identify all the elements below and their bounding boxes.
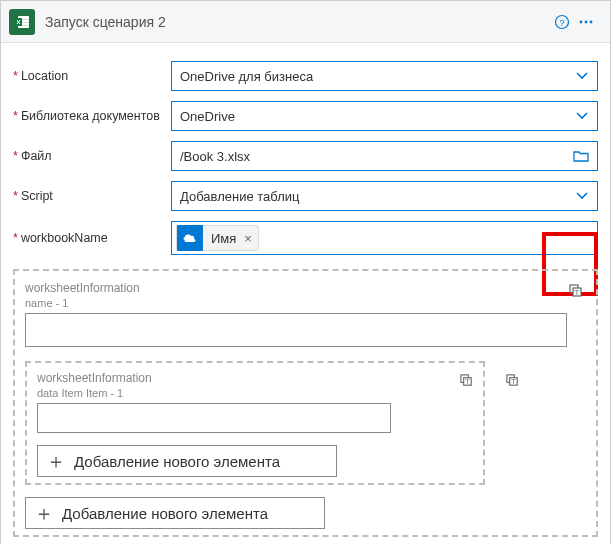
card-title: Запуск сценария 2 bbox=[45, 14, 550, 30]
array-label: worksheetInformation bbox=[37, 371, 473, 385]
chevron-down-icon bbox=[575, 69, 589, 83]
script-dropdown[interactable]: Добавление таблиц bbox=[171, 181, 598, 211]
field-script: *Script Добавление таблиц bbox=[13, 181, 598, 211]
field-label: Script bbox=[21, 189, 53, 203]
chevron-down-icon bbox=[575, 189, 589, 203]
svg-point-8 bbox=[585, 20, 588, 23]
array-worksheet-information: T worksheetInformation name - 1 T T work… bbox=[13, 269, 598, 537]
token-remove-icon[interactable]: × bbox=[244, 231, 258, 246]
svg-text:T: T bbox=[465, 377, 470, 386]
card-header: Запуск сценария 2 ? bbox=[1, 1, 610, 43]
dynamic-token[interactable]: Имя × bbox=[176, 225, 259, 251]
array-sublabel: data Item Item - 1 bbox=[37, 387, 473, 399]
field-file: *Файл /Book 3.xlsx bbox=[13, 141, 598, 171]
switch-to-input-icon[interactable]: T bbox=[457, 371, 475, 389]
field-label: Библиотека документов bbox=[21, 109, 160, 123]
excel-icon bbox=[9, 9, 35, 35]
card-body: *Location OneDrive для бизнеса *Библиоте… bbox=[1, 43, 610, 544]
chevron-down-icon bbox=[575, 109, 589, 123]
array-sublabel: name - 1 bbox=[25, 297, 586, 309]
plus-icon: ＋ bbox=[26, 500, 62, 527]
svg-point-7 bbox=[580, 20, 583, 23]
worksheet-name-input[interactable] bbox=[25, 313, 567, 347]
add-item-button[interactable]: ＋ Добавление нового элемента bbox=[25, 497, 325, 529]
field-library: *Библиотека документов OneDrive bbox=[13, 101, 598, 131]
location-dropdown[interactable]: OneDrive для бизнеса bbox=[171, 61, 598, 91]
field-workbook-name: *workbookName Имя × bbox=[13, 221, 598, 255]
field-label: Location bbox=[21, 69, 68, 83]
svg-text:?: ? bbox=[559, 17, 564, 27]
onedrive-icon bbox=[177, 225, 203, 251]
switch-to-input-icon[interactable]: T bbox=[566, 281, 586, 301]
action-card: Запуск сценария 2 ? *Location OneDrive д… bbox=[0, 0, 611, 544]
library-dropdown[interactable]: OneDrive bbox=[171, 101, 598, 131]
field-location: *Location OneDrive для бизнеса bbox=[13, 61, 598, 91]
field-label: Файл bbox=[21, 149, 52, 163]
more-icon[interactable] bbox=[574, 10, 598, 34]
workbook-name-input[interactable]: Имя × bbox=[171, 221, 598, 255]
svg-point-9 bbox=[590, 20, 593, 23]
worksheet-data-input[interactable] bbox=[37, 403, 391, 433]
array-worksheet-data: T T worksheetInformation data Item Item … bbox=[25, 361, 485, 485]
help-icon[interactable]: ? bbox=[550, 10, 574, 34]
plus-icon: ＋ bbox=[38, 448, 74, 475]
switch-to-input-icon[interactable]: T bbox=[503, 371, 521, 389]
file-picker[interactable]: /Book 3.xlsx bbox=[171, 141, 598, 171]
folder-icon[interactable] bbox=[573, 149, 589, 163]
svg-text:T: T bbox=[575, 288, 580, 297]
field-label: workbookName bbox=[21, 231, 108, 245]
svg-text:T: T bbox=[511, 377, 516, 386]
add-item-button[interactable]: ＋ Добавление нового элемента bbox=[37, 445, 337, 477]
array-label: worksheetInformation bbox=[25, 281, 586, 295]
